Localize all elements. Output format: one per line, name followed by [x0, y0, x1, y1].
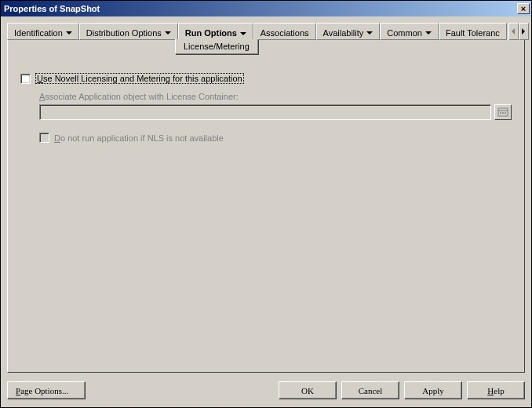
apply-button[interactable]: Apply — [404, 381, 462, 399]
tab-label: Identification — [14, 28, 63, 38]
tab-availability[interactable]: Availability — [316, 23, 381, 40]
window-title: Properties of SnapShot — [4, 4, 517, 13]
titlebar: Properties of SnapShot × — [1, 1, 531, 16]
svg-point-2 — [500, 112, 501, 114]
tab-label: Distribution Options — [86, 28, 162, 38]
panel-license-metering: Use Novell Licensing and Metering for th… — [7, 39, 525, 373]
nls-row: Do not run application if NLS is not ava… — [39, 133, 512, 143]
properties-dialog: Properties of SnapShot × Identification … — [0, 0, 532, 408]
tab-distribution-options[interactable]: Distribution Options — [79, 23, 178, 40]
page-options-button[interactable]: Page Options... — [7, 381, 86, 399]
tab-scroll-left[interactable] — [508, 23, 519, 40]
tab-label: Associations — [261, 28, 309, 38]
use-novell-checkbox[interactable] — [20, 74, 31, 84]
nls-checkbox — [39, 133, 49, 143]
chevron-left-icon — [512, 28, 515, 35]
tab-label: Common — [387, 28, 422, 38]
tab-scroll — [508, 23, 529, 40]
chevron-down-icon — [66, 31, 72, 35]
tab-label: Availability — [323, 28, 364, 38]
chevron-down-icon — [240, 32, 246, 35]
license-container-input — [39, 104, 491, 120]
svg-point-4 — [505, 112, 506, 114]
use-novell-label[interactable]: Use Novell Licensing and Metering for th… — [35, 73, 244, 84]
ok-button[interactable]: OK — [279, 381, 337, 399]
dialog-footer: Page Options... OK Cancel Apply Help — [7, 381, 525, 399]
svg-point-3 — [502, 112, 504, 114]
close-button[interactable]: × — [517, 3, 530, 14]
chevron-down-icon — [366, 31, 373, 35]
tab-fault-tolerance[interactable]: Fault Toleranc — [439, 23, 507, 40]
associate-row — [39, 104, 512, 120]
tab-strip: Identification Distribution Options Run … — [7, 23, 525, 40]
tab-common[interactable]: Common — [380, 23, 439, 40]
chevron-right-icon — [522, 28, 525, 35]
browse-icon — [497, 107, 508, 117]
license-subgroup: Associate Application object with Licens… — [39, 92, 512, 143]
tab-label: Run Options — [185, 28, 237, 38]
tab-run-options[interactable]: Run Options — [178, 23, 253, 41]
help-button[interactable]: Help — [467, 381, 525, 399]
tab-label: Fault Toleranc — [446, 28, 500, 38]
subtab-label: License/Metering — [184, 42, 250, 51]
cancel-button[interactable]: Cancel — [341, 381, 399, 399]
tab-associations[interactable]: Associations — [253, 23, 316, 40]
chevron-down-icon — [165, 31, 171, 35]
browse-button — [494, 104, 512, 120]
associate-label: Associate Application object with Licens… — [39, 92, 512, 101]
chevron-down-icon — [425, 31, 432, 35]
tab-scroll-right[interactable] — [519, 23, 529, 40]
use-novell-row: Use Novell Licensing and Metering for th… — [20, 73, 512, 84]
nls-label: Do not run application if NLS is not ava… — [54, 133, 224, 143]
subtab-license-metering[interactable]: License/Metering — [175, 39, 258, 54]
tab-identification[interactable]: Identification — [7, 23, 79, 40]
dialog-body: Identification Distribution Options Run … — [1, 16, 531, 407]
close-icon: × — [521, 5, 526, 13]
subtab-strip: License/Metering — [7, 39, 525, 54]
